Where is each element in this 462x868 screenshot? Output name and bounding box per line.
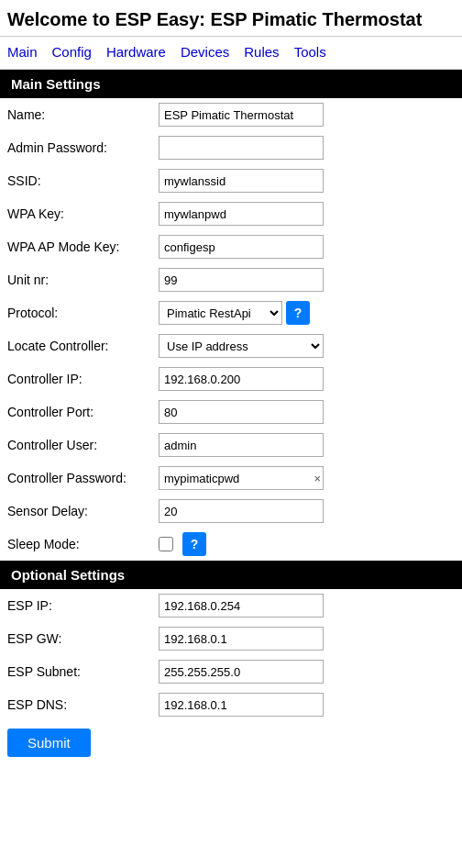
controller-ip-input[interactable]	[159, 367, 324, 391]
name-input[interactable]	[159, 103, 324, 127]
sensor-delay-row: Sensor Delay:	[0, 495, 462, 528]
wpa-ap-mode-key-label: WPA AP Mode Key:	[0, 230, 151, 263]
esp-dns-input[interactable]	[159, 693, 324, 717]
page-title: Welcome to ESP Easy: ESP Pimatic Thermos…	[0, 0, 462, 37]
main-settings-header: Main Settings	[0, 70, 462, 98]
locate-controller-label: Locate Controller:	[0, 329, 151, 362]
ssid-label: SSID:	[0, 164, 151, 197]
nav-hardware[interactable]: Hardware	[106, 44, 166, 60]
sleep-mode-row: Sleep Mode: ?	[0, 528, 462, 561]
optional-settings-form: ESP IP: ESP GW: ESP Subnet: ESP DNS:	[0, 589, 462, 721]
esp-subnet-label: ESP Subnet:	[0, 655, 151, 688]
wpa-ap-mode-key-input[interactable]	[159, 235, 324, 259]
controller-password-row: Controller Password: ×	[0, 462, 462, 495]
nav-config[interactable]: Config	[52, 44, 92, 60]
optional-settings-header: Optional Settings	[0, 561, 462, 589]
esp-dns-row: ESP DNS:	[0, 688, 462, 721]
main-settings-header-right	[151, 70, 462, 98]
nav-rules[interactable]: Rules	[244, 44, 279, 60]
esp-ip-row: ESP IP:	[0, 589, 462, 622]
locate-controller-select[interactable]: Use IP address Use mDNS	[159, 334, 324, 358]
controller-ip-row: Controller IP:	[0, 362, 462, 395]
navigation: Main Config Hardware Devices Rules Tools	[0, 37, 462, 70]
controller-user-label: Controller User:	[0, 428, 151, 462]
nav-devices[interactable]: Devices	[181, 44, 229, 60]
controller-password-input[interactable]	[159, 466, 324, 490]
esp-subnet-input[interactable]	[159, 660, 324, 684]
controller-user-row: Controller User:	[0, 428, 462, 462]
unit-nr-row: Unit nr:	[0, 263, 462, 296]
protocol-help-button[interactable]: ?	[286, 301, 310, 325]
controller-user-input[interactable]	[159, 433, 324, 457]
controller-port-label: Controller Port:	[0, 395, 151, 428]
main-settings-form: Name: Admin Password: SSID: WPA Key: WPA…	[0, 98, 462, 561]
esp-dns-label: ESP DNS:	[0, 688, 151, 721]
protocol-label: Protocol:	[0, 296, 151, 329]
sleep-mode-label: Sleep Mode:	[0, 528, 151, 561]
name-label: Name:	[0, 98, 151, 131]
unit-nr-input[interactable]	[159, 268, 324, 292]
esp-ip-input[interactable]	[159, 594, 324, 618]
sensor-delay-label: Sensor Delay:	[0, 495, 151, 528]
admin-password-label: Admin Password:	[0, 131, 151, 164]
esp-gw-input[interactable]	[159, 627, 324, 651]
submit-button[interactable]: Submit	[7, 729, 91, 757]
wpa-key-row: WPA Key:	[0, 197, 462, 230]
sleep-mode-help-button[interactable]: ?	[182, 532, 206, 556]
esp-ip-label: ESP IP:	[0, 589, 151, 622]
admin-password-input[interactable]	[159, 136, 324, 160]
protocol-row: Protocol: Pimatic RestApi HTTP MQTT ?	[0, 296, 462, 329]
esp-gw-row: ESP GW:	[0, 622, 462, 655]
admin-password-row: Admin Password:	[0, 131, 462, 164]
wpa-ap-mode-key-row: WPA AP Mode Key:	[0, 230, 462, 263]
sensor-delay-input[interactable]	[159, 499, 324, 523]
main-settings-header-label: Main Settings	[0, 70, 151, 98]
controller-ip-label: Controller IP:	[0, 362, 151, 395]
controller-port-input[interactable]	[159, 400, 324, 424]
nav-tools[interactable]: Tools	[294, 44, 326, 60]
controller-port-row: Controller Port:	[0, 395, 462, 428]
esp-gw-label: ESP GW:	[0, 622, 151, 655]
protocol-select[interactable]: Pimatic RestApi HTTP MQTT	[159, 301, 282, 325]
wpa-key-label: WPA Key:	[0, 197, 151, 230]
controller-password-clear-button[interactable]: ×	[314, 473, 321, 484]
optional-settings-header-label: Optional Settings	[0, 561, 151, 589]
wpa-key-input[interactable]	[159, 202, 324, 226]
optional-settings-header-right	[151, 561, 462, 589]
unit-nr-label: Unit nr:	[0, 263, 151, 296]
nav-main[interactable]: Main	[7, 44, 38, 60]
sleep-mode-checkbox[interactable]	[159, 537, 173, 551]
locate-controller-row: Locate Controller: Use IP address Use mD…	[0, 329, 462, 362]
ssid-row: SSID:	[0, 164, 462, 197]
esp-subnet-row: ESP Subnet:	[0, 655, 462, 688]
ssid-input[interactable]	[159, 169, 324, 193]
controller-password-label: Controller Password:	[0, 462, 151, 495]
name-row: Name:	[0, 98, 462, 131]
